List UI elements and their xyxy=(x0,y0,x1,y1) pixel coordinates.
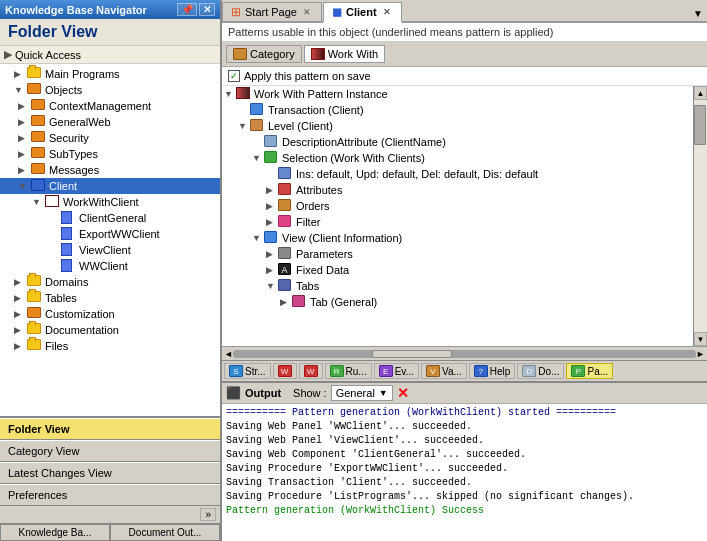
ptree-selection[interactable]: ▼ Selection (Work With Clients) xyxy=(222,150,693,166)
nav-folder-view[interactable]: Folder View xyxy=(0,418,220,440)
apply-checkbox[interactable]: ✓ xyxy=(228,70,240,82)
toolbar-ev-button[interactable]: E Ev... xyxy=(374,363,419,379)
hscroll-right-btn[interactable]: ► xyxy=(696,349,705,359)
tree-item-messages[interactable]: ▶ Messages xyxy=(0,162,220,178)
ptree-toggle-tabs[interactable]: ▼ xyxy=(266,281,278,291)
toggle-workwithclient[interactable]: ▼ xyxy=(32,197,44,207)
tree-item-files[interactable]: ▶ Files xyxy=(0,338,220,354)
tree-item-viewclient[interactable]: ▶ ViewClient xyxy=(0,242,220,258)
ptree-toggle-fixed[interactable]: ▶ xyxy=(266,265,278,275)
ptree-view-client[interactable]: ▼ View (Client Information) xyxy=(222,230,693,246)
toolbar-pa-button[interactable]: P Pa... xyxy=(566,363,613,379)
ptree-tab-general[interactable]: ▶ Tab (General) xyxy=(222,294,693,310)
tree-item-client[interactable]: ▼ Client xyxy=(0,178,220,194)
tree-item-wwclient[interactable]: ▶ WWClient xyxy=(0,258,220,274)
ptree-parameters[interactable]: ▶ Parameters xyxy=(222,246,693,262)
tree-item-clientgeneral[interactable]: ▶ ClientGeneral xyxy=(0,210,220,226)
toolbar-str-button[interactable]: S Str... xyxy=(224,363,271,379)
close-panel-button[interactable]: ✕ xyxy=(199,3,215,16)
toolbar-va-button[interactable]: V Va... xyxy=(421,363,467,379)
tree-item-exportwwclient[interactable]: ▶ ExportWWClient xyxy=(0,226,220,242)
toolbar-w2-button[interactable]: W xyxy=(299,363,323,379)
tree-item-security[interactable]: ▶ Security xyxy=(0,130,220,146)
pattern-tree-wrapper: ▼ Work With Pattern Instance ▶ Transacti… xyxy=(222,86,707,346)
tree-item-subtypes[interactable]: ▶ SubTypes xyxy=(0,146,220,162)
quick-access-toggle[interactable]: ▶ xyxy=(4,48,12,61)
tab-start-close[interactable]: ✕ xyxy=(301,6,313,18)
tab-client-close[interactable]: ✕ xyxy=(381,6,393,18)
tab-client[interactable]: ◼ Client ✕ xyxy=(323,2,402,23)
ptree-ww-instance[interactable]: ▼ Work With Pattern Instance xyxy=(222,86,693,102)
ptree-fixed-data[interactable]: ▶ A Fixed Data xyxy=(222,262,693,278)
scroll-down-button[interactable]: ▼ xyxy=(694,332,707,346)
tree-item-domains[interactable]: ▶ Domains xyxy=(0,274,220,290)
tab-start-page[interactable]: ⊞ Start Page ✕ xyxy=(222,2,322,21)
pattern-hscroll[interactable]: ◄ ► xyxy=(222,346,707,360)
tree-item-objects[interactable]: ▼ Objects xyxy=(0,82,220,98)
ptree-level[interactable]: ▼ Level (Client) xyxy=(222,118,693,134)
toolbar-do-button[interactable]: D Do... xyxy=(517,363,564,379)
tree-item-generalweb[interactable]: ▶ GeneralWeb xyxy=(0,114,220,130)
hscroll-thumb[interactable] xyxy=(372,350,452,358)
ptree-toggle-view[interactable]: ▼ xyxy=(252,233,264,243)
toggle-client[interactable]: ▼ xyxy=(18,181,30,191)
ptree-ins-upd[interactable]: ▶ Ins: default, Upd: default, Del: defau… xyxy=(222,166,693,182)
statusbar-doc-button[interactable]: Document Out... xyxy=(110,524,220,541)
dropdown-arrow-icon: ▼ xyxy=(379,388,388,398)
tree-item-tables[interactable]: ▶ Tables xyxy=(0,290,220,306)
tree-item-customization[interactable]: ▶ Customization xyxy=(0,306,220,322)
toggle-tables[interactable]: ▶ xyxy=(14,293,26,303)
ptree-toggle-orders[interactable]: ▶ xyxy=(266,201,278,211)
toggle-objects[interactable]: ▼ xyxy=(14,85,26,95)
tab-overflow-arrow[interactable]: ▼ xyxy=(689,6,707,21)
toolbar-w1-button[interactable]: W xyxy=(273,363,297,379)
toggle-customization[interactable]: ▶ xyxy=(14,309,26,319)
tab-category[interactable]: Category xyxy=(226,45,302,63)
statusbar-kb-button[interactable]: Knowledge Ba... xyxy=(0,524,110,541)
toggle-main-programs[interactable]: ▶ xyxy=(14,69,26,79)
pin-button[interactable]: 📌 xyxy=(177,3,197,16)
ptree-filter[interactable]: ▶ Filter xyxy=(222,214,693,230)
toolbar-help-button[interactable]: ? Help xyxy=(469,363,516,379)
nav-latest-changes[interactable]: Latest Changes View xyxy=(0,462,220,484)
tab-work-with[interactable]: Work With xyxy=(304,45,386,63)
tree-item-workwithclient[interactable]: ▼ WorkWithClient xyxy=(0,194,220,210)
ptree-tabs[interactable]: ▼ Tabs xyxy=(222,278,693,294)
ptree-toggle-attributes[interactable]: ▶ xyxy=(266,185,278,195)
toolbar-ru-button[interactable]: R Ru... xyxy=(325,363,372,379)
hscroll-bar[interactable] xyxy=(233,350,696,358)
pattern-header-text: Patterns usable in this object (underlin… xyxy=(222,23,707,42)
tree-item-main-programs[interactable]: ▶ Main Programs xyxy=(0,66,220,82)
nav-category-view[interactable]: Category View xyxy=(0,440,220,462)
toggle-domains[interactable]: ▶ xyxy=(14,277,26,287)
toggle-generalweb[interactable]: ▶ xyxy=(18,117,30,127)
ptree-toggle-params[interactable]: ▶ xyxy=(266,249,278,259)
tree-item-context[interactable]: ▶ ContextManagement xyxy=(0,98,220,114)
pattern-tree-scrollbar[interactable]: ▲ ▼ xyxy=(693,86,707,346)
scroll-up-button[interactable]: ▲ xyxy=(694,86,707,100)
output-clear-button[interactable]: ✕ xyxy=(397,385,409,401)
output-dropdown[interactable]: General ▼ xyxy=(331,385,393,401)
toggle-messages[interactable]: ▶ xyxy=(18,165,30,175)
ptree-toggle-filter[interactable]: ▶ xyxy=(266,217,278,227)
ptree-toggle-level[interactable]: ▼ xyxy=(238,121,250,131)
ptree-orders[interactable]: ▶ Orders xyxy=(222,198,693,214)
ptree-toggle-ww[interactable]: ▼ xyxy=(224,89,236,99)
nav-preferences[interactable]: Preferences xyxy=(0,484,220,506)
toggle-security[interactable]: ▶ xyxy=(18,133,30,143)
expand-arrow[interactable]: » xyxy=(200,508,216,521)
toggle-files[interactable]: ▶ xyxy=(14,341,26,351)
toggle-documentation[interactable]: ▶ xyxy=(14,325,26,335)
hscroll-left-btn[interactable]: ◄ xyxy=(224,349,233,359)
ptree-attributes[interactable]: ▶ Attributes xyxy=(222,182,693,198)
ptree-toggle-selection[interactable]: ▼ xyxy=(252,153,264,163)
ptree-desc-attr[interactable]: ▶ DescriptionAttribute (ClientName) xyxy=(222,134,693,150)
tree-item-documentation[interactable]: ▶ Documentation xyxy=(0,322,220,338)
toggle-context[interactable]: ▶ xyxy=(18,101,30,111)
panel-title: Knowledge Base Navigator xyxy=(5,4,147,16)
toggle-subtypes[interactable]: ▶ xyxy=(18,149,30,159)
ptree-toggle-tabgen[interactable]: ▶ xyxy=(280,297,292,307)
scroll-thumb[interactable] xyxy=(694,105,706,145)
label-exportwwclient: ExportWWClient xyxy=(79,228,160,240)
ptree-transaction[interactable]: ▶ Transaction (Client) xyxy=(222,102,693,118)
